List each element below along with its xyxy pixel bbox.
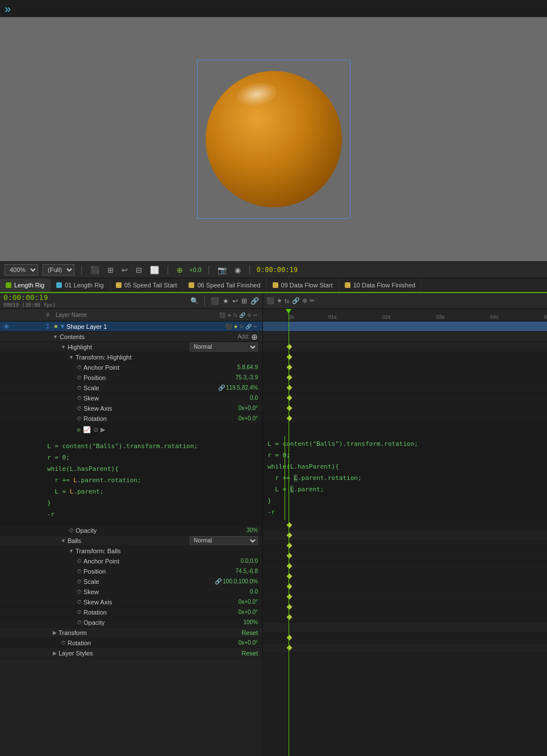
layers-list[interactable]: 👁 1 ★ ▼ Shape Layer 1 ⬛ ★ fx 🔗 ✏ [0, 321, 262, 756]
tl-ctrl-3[interactable]: fx [285, 298, 290, 304]
expand-icon-ls[interactable]: ▶ [53, 650, 57, 656]
layer-position-balls[interactable]: ⏱ Position 74.5,-6.8 [0, 566, 262, 577]
timeline-body[interactable]: L = content("Balls").transform.rotation;… [263, 321, 547, 756]
tl-row-transform-highlight [263, 352, 547, 362]
tl-row-shape-layer [263, 321, 547, 332]
ctrl-btn-4[interactable]: ⊞ [241, 297, 247, 305]
layer-transform-highlight[interactable]: ▼ Transform: Highlight [0, 352, 262, 362]
balls-mode-select[interactable]: Normal [190, 536, 258, 545]
fit-btn[interactable]: ↩ [120, 265, 130, 275]
layer-rotation-balls[interactable]: ⏱ Rotation 0x+0.0° [0, 607, 262, 617]
layer-anchor-highlight[interactable]: ⏱ Anchor Point 5.8,64.9 [0, 362, 262, 373]
layer-shape-layer-1[interactable]: 👁 1 ★ ▼ Shape Layer 1 ⬛ ★ fx 🔗 ✏ [0, 321, 262, 332]
tab-05-speed-tail-start[interactable]: 05 Speed Tail Start [110, 278, 183, 292]
layer-anchor-balls[interactable]: ⏱ Anchor Point 0.0,0.0 [0, 556, 262, 566]
arrow-icon: » [5, 2, 11, 15]
quality-select[interactable]: (Full) [43, 264, 74, 275]
layer-rotation-highlight[interactable]: ⏱ Rotation 0x+0.0° [0, 413, 262, 424]
layer-rotation-transform[interactable]: ⏱ Rotation 0x+0.0° [0, 638, 262, 648]
toolbar-separator-4 [249, 265, 250, 274]
layer-scale-balls[interactable]: ⏱ Scale 🔗 100.0,100.0% [0, 577, 262, 587]
expr-graph-icon[interactable]: 📈 [83, 426, 91, 433]
highlight-mode-select[interactable]: Normal [190, 343, 258, 352]
color-btn[interactable]: ⊕ [175, 265, 185, 275]
ctrl-btn-2[interactable]: ★ [223, 297, 229, 305]
tl-row-rotation-transform [263, 633, 547, 643]
layer-skewaxis-balls[interactable]: ⏱ Skew Axis 0x+0.0° [0, 597, 262, 607]
layer-highlight[interactable]: ▼ Highlight Normal [0, 342, 262, 352]
layer-value-rb: 0x+0.0° [239, 609, 258, 615]
grid-btn[interactable]: ⊟ [134, 265, 144, 275]
expression-code-area[interactable]: L = content("Balls").transform.rotation;… [43, 438, 262, 523]
layer-contents[interactable]: ▼ Contents Add: ⊕ [0, 332, 262, 342]
tl-expression-code: L = content("Balls").transform.rotation;… [263, 436, 547, 520]
expand-icon-contents[interactable]: ▼ [53, 334, 58, 340]
layer-skew-highlight[interactable]: ⏱ Skew 0.0 [0, 393, 262, 403]
expand-icon-th[interactable]: ▼ [69, 354, 74, 360]
tl-ctrl-5[interactable]: ⊕ [302, 297, 307, 304]
layer-scale-highlight[interactable]: ⏱ Scale 🔗 119.5,82.4% [0, 383, 262, 393]
add-icon[interactable]: ⊕ [251, 332, 258, 341]
tl-row-position-highlight [263, 373, 547, 383]
expand-icon-balls[interactable]: ▼ [61, 538, 66, 544]
layer-transform-collapse[interactable]: ▶ Transform Reset [0, 628, 262, 638]
ball-highlight [235, 80, 278, 108]
ctrl-btn-5[interactable]: 🔗 [250, 297, 259, 305]
layer-skew-balls[interactable]: ⏱ Skew 0.0 [0, 587, 262, 597]
layer-expr-controls[interactable]: = 📈 ⊙ ▶ [0, 424, 262, 436]
tl-expr-line-4: r += L.parent.rotation; [268, 473, 542, 484]
expand-icon-1[interactable]: ▼ [60, 323, 65, 329]
expr-line-2: r = 0; [47, 452, 258, 463]
search-btn[interactable]: 🔍 [190, 297, 199, 305]
expr-line-4: r += L.parent.rotation; [47, 475, 258, 486]
tl-kf-sh [287, 385, 293, 391]
tab-01-length-rig[interactable]: 01 Length Rig [51, 278, 110, 292]
timeline-ruler[interactable]: 0s 01s 02s 03s 04s 05s 06s [263, 309, 547, 321]
ctrl-btn-1[interactable]: ⬛ [211, 297, 219, 305]
layer-name-th: Transform: Highlight [76, 354, 260, 361]
layer-name-pb: Position [83, 568, 236, 575]
layer-position-highlight[interactable]: ⏱ Position 75.3,-3.9 [0, 373, 262, 383]
expand-icon-highlight[interactable]: ▼ [61, 344, 66, 350]
layer-value-rt: 0x+0.0° [239, 640, 258, 646]
expr-circle-icon[interactable]: ⊙ [93, 426, 98, 433]
region-btn[interactable]: ⬛ [89, 265, 101, 275]
tl-kf-sab2 [287, 594, 293, 600]
tl-ctrl-2[interactable]: ★ [277, 297, 282, 304]
layer-value-skh: 0.0 [250, 395, 258, 401]
tab-color-dot-3 [116, 282, 122, 288]
safe-btn[interactable]: ⬜ [148, 265, 161, 275]
ctrl-btn-3[interactable]: ↩ [232, 297, 238, 305]
ruler-mark-0s: 0s [289, 314, 294, 320]
stopwatch-ah: ⏱ [77, 365, 82, 370]
camera-btn[interactable]: 📷 [216, 265, 228, 275]
toolbar-separator-1 [81, 265, 82, 274]
layer-layer-styles[interactable]: ▶ Layer Styles Reset [0, 648, 262, 658]
tab-06-speed-tail-finished[interactable]: 06 Speed Tail Finished [183, 278, 266, 292]
tl-ctrl-6[interactable]: ✏ [310, 297, 315, 304]
expand-icon-tb[interactable]: ▼ [69, 548, 74, 554]
toggle-btn[interactable]: ⊞ [106, 265, 115, 275]
layer-opacity-highlight[interactable]: ⏱ Opacity 30% [0, 525, 262, 536]
tl-ctrl-4[interactable]: 🔗 [292, 297, 300, 304]
tl-row-anchor-highlight [263, 362, 547, 373]
layer-value-sh: 119.5,82.4% [226, 385, 258, 391]
info-btn[interactable]: ◉ [233, 265, 243, 275]
expr-play-icon[interactable]: ▶ [101, 426, 105, 433]
expand-icon-tc[interactable]: ▶ [53, 630, 57, 636]
layer-balls[interactable]: ▼ Balls Normal [0, 536, 262, 546]
layer-skewaxis-highlight[interactable]: ⏱ Skew Axis 0x+0.0° [0, 403, 262, 413]
tab-color-dot-2 [56, 282, 62, 288]
timeline-header: ⬛ ★ fx 🔗 ⊕ ✏ [263, 293, 547, 309]
tl-kf-skh [287, 395, 293, 401]
tab-09-data-flow-start[interactable]: 09 Data Flow Start [267, 278, 339, 292]
expr-equals-icon[interactable]: = [77, 426, 81, 434]
layer-opacity-balls[interactable]: ⏱ Opacity 100% [0, 617, 262, 628]
tl-ctrl-1[interactable]: ⬛ [266, 297, 274, 304]
tab-10-data-flow-finished[interactable]: 10 Data Flow Finished [339, 278, 421, 292]
tab-length-rig[interactable]: Length Rig [0, 278, 51, 292]
expr-line-1: L = content("Balls").transform.rotation; [47, 441, 258, 452]
timecode-display: 0:00:00:19 [257, 266, 298, 274]
zoom-select[interactable]: 400% [5, 264, 38, 275]
layer-transform-balls[interactable]: ▼ Transform: Balls [0, 546, 262, 556]
